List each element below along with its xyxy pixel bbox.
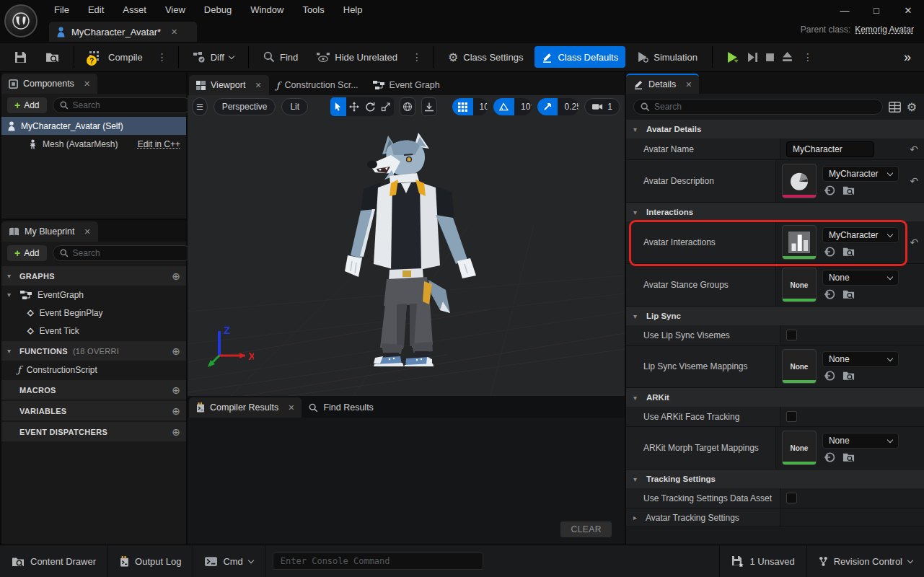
save-button[interactable]	[7, 46, 34, 68]
browse-to-asset-icon[interactable]	[842, 246, 855, 257]
cmd-selector-button[interactable]: Cmd	[193, 545, 265, 577]
simulation-button[interactable]: Simulation	[630, 46, 705, 68]
perspective-dropdown[interactable]: Perspective	[214, 98, 276, 115]
construction-script-item[interactable]: ƒ ConstructionScript	[1, 361, 186, 379]
avatar-description-dropdown[interactable]: MyCharacter	[822, 166, 899, 182]
output-log-button[interactable]: Output Log	[108, 545, 193, 577]
frame-skip-button[interactable]	[747, 52, 758, 63]
minimize-button[interactable]: —	[829, 0, 861, 20]
clear-button[interactable]: CLEAR	[560, 521, 612, 537]
avatar-interactions-reset-button[interactable]: ↶	[905, 221, 924, 263]
event-graph-tab[interactable]: Event Graph	[366, 75, 447, 95]
graphs-section-header[interactable]: ▾ GRAPHS ⊕	[1, 266, 186, 286]
my-blueprint-tab-close-icon[interactable]: ✕	[84, 227, 90, 237]
add-dispatcher-icon[interactable]: ⊕	[172, 426, 180, 438]
edit-in-cpp-link[interactable]: Edit in C++	[138, 139, 180, 149]
browse-to-asset-icon[interactable]	[842, 185, 855, 195]
lip-sync-viseme-mappings-dropdown[interactable]: None	[822, 351, 899, 367]
menu-window[interactable]: Window	[241, 0, 293, 20]
use-selected-asset-icon[interactable]	[824, 246, 835, 257]
viewport-tab-close-icon[interactable]: ✕	[255, 81, 261, 90]
close-button[interactable]: ✕	[892, 0, 924, 20]
add-graph-icon[interactable]: ⊕	[172, 270, 180, 282]
add-function-icon[interactable]: ⊕	[172, 345, 180, 357]
use-selected-asset-icon[interactable]	[824, 185, 835, 196]
add-component-button[interactable]: + Add	[7, 97, 47, 113]
find-button[interactable]: Find	[256, 46, 305, 68]
component-row-self[interactable]: MyCharacter_Avatar (Self)	[1, 117, 186, 135]
viewport-options-button[interactable]: ☰	[192, 97, 208, 116]
event-begin-play-item[interactable]: ◇ Event BeginPlay	[1, 304, 186, 322]
avatar-details-section-header[interactable]: ▾ Avatar Details	[626, 120, 924, 138]
parent-class-link[interactable]: Kemorig Avatar	[855, 25, 914, 35]
maximize-button[interactable]: □	[861, 0, 892, 20]
console-command-input[interactable]	[273, 552, 483, 570]
blueprint-add-button[interactable]: + Add	[7, 245, 47, 261]
arkit-morph-target-mappings-dropdown[interactable]: None	[822, 433, 899, 449]
components-search-input[interactable]	[73, 100, 185, 110]
avatar-stance-groups-thumbnail[interactable]: None	[782, 268, 817, 302]
unsaved-button[interactable]: 1 Unsaved	[719, 545, 806, 577]
scale-snap-control[interactable]: 0.25	[537, 98, 578, 115]
event-dispatchers-section-header[interactable]: EVENT DISPATCHERS ⊕	[1, 422, 186, 441]
lip-sync-section-header[interactable]: ▾ Lip Sync	[626, 307, 924, 325]
macros-section-header[interactable]: MACROS ⊕	[1, 380, 186, 400]
toolbar-overflow-chevrons[interactable]: »	[904, 50, 917, 65]
display-filter-icon[interactable]	[889, 102, 901, 113]
compile-options-kebab[interactable]: ⋮	[154, 51, 171, 63]
select-tool-button[interactable]	[330, 97, 346, 116]
components-tab-close-icon[interactable]: ✕	[84, 79, 90, 89]
use-selected-asset-icon[interactable]	[824, 452, 835, 463]
lip-sync-viseme-mappings-thumbnail[interactable]: None	[782, 349, 817, 384]
hide-unrelated-button[interactable]: Hide Unrelated	[309, 46, 405, 68]
interactions-section-header[interactable]: ▾ Interactions	[626, 203, 924, 221]
rotation-snap-control[interactable]: 10°	[493, 98, 532, 115]
menu-debug[interactable]: Debug	[195, 0, 241, 20]
find-results-tab[interactable]: Find Results	[302, 397, 380, 418]
my-blueprint-tab[interactable]: My Blueprint ✕	[1, 221, 98, 242]
rotate-tool-button[interactable]	[362, 97, 378, 116]
browse-to-asset-icon[interactable]	[842, 370, 855, 381]
use-lip-sync-visemes-checkbox[interactable]	[786, 330, 797, 340]
surface-snapping-button[interactable]	[421, 97, 437, 116]
grid-snap-control[interactable]: 10	[452, 98, 488, 115]
revision-control-button[interactable]: Revision Control	[806, 545, 924, 577]
class-defaults-button[interactable]: Class Defaults	[534, 46, 625, 68]
expand-triangle-icon[interactable]: ▸	[633, 514, 641, 521]
eject-button[interactable]	[782, 52, 793, 62]
variables-section-header[interactable]: VARIABLES ⊕	[1, 401, 186, 420]
avatar-tracking-settings-row[interactable]: ▸ Avatar Tracking Settings	[626, 508, 924, 527]
diff-button[interactable]: Diff	[186, 46, 241, 68]
play-options-kebab[interactable]: ⋮	[800, 51, 817, 63]
use-arkit-face-tracking-checkbox[interactable]	[786, 411, 797, 422]
event-graph-item[interactable]: ▾ EventGraph	[1, 286, 186, 304]
menu-edit[interactable]: Edit	[79, 0, 113, 20]
asset-tab[interactable]: MyCharacter_Avatar* ✕	[49, 22, 197, 42]
play-button[interactable]	[727, 51, 740, 63]
use-tracking-settings-data-asset-checkbox[interactable]	[786, 493, 797, 503]
functions-section-header[interactable]: ▾ FUNCTIONS (18 OVERRI ⊕	[1, 341, 186, 361]
lit-dropdown[interactable]: Lit	[281, 98, 308, 115]
hide-unrelated-kebab[interactable]: ⋮	[409, 51, 426, 63]
arkit-morph-target-mappings-thumbnail[interactable]: None	[782, 431, 817, 465]
menu-file[interactable]: File	[45, 0, 79, 20]
content-drawer-button[interactable]: Content Drawer	[0, 545, 108, 577]
coordinate-system-button[interactable]	[400, 97, 415, 116]
avatar-interactions-thumbnail[interactable]	[782, 225, 817, 260]
use-selected-asset-icon[interactable]	[824, 288, 835, 300]
menu-tools[interactable]: Tools	[293, 0, 333, 20]
avatar-interactions-dropdown[interactable]: MyCharacter	[822, 227, 899, 243]
browse-to-asset-icon[interactable]	[842, 288, 855, 299]
viewport-canvas[interactable]: ☰ Perspective Lit	[188, 95, 625, 396]
avatar-description-reset-button[interactable]: ↶	[905, 160, 924, 202]
camera-speed-control[interactable]: 1	[584, 98, 620, 115]
add-variable-icon[interactable]: ⊕	[172, 405, 180, 417]
menu-asset[interactable]: Asset	[113, 0, 156, 20]
class-settings-button[interactable]: ⚙ Class Settings	[441, 46, 530, 68]
use-selected-asset-icon[interactable]	[824, 370, 835, 382]
details-settings-gear-icon[interactable]: ⚙	[907, 100, 917, 114]
avatar-name-reset-button[interactable]: ↶	[904, 138, 924, 159]
move-tool-button[interactable]	[346, 97, 362, 116]
asset-tab-close-icon[interactable]: ✕	[171, 27, 177, 37]
my-blueprint-search-input[interactable]	[73, 248, 185, 258]
